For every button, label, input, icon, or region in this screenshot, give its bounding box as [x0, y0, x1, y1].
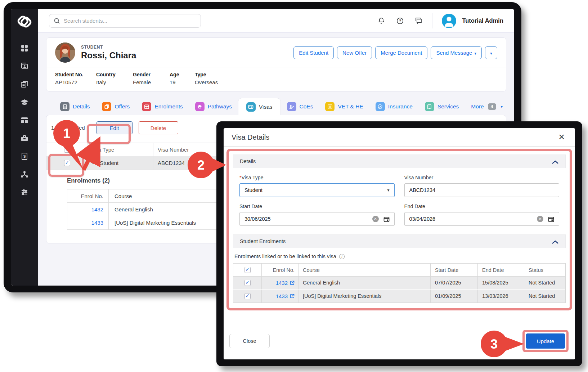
tab-visas[interactable]: Visas [238, 98, 281, 115]
chevron-down-icon: ▾ [387, 188, 389, 193]
tab-details[interactable]: Details [54, 98, 96, 115]
start-date-field[interactable] [244, 216, 372, 222]
start-date-value: 01/09/2025 [431, 290, 478, 302]
delete-visa-button[interactable]: Delete [139, 121, 178, 134]
row-checkbox[interactable] [244, 293, 251, 299]
visas-icon [246, 102, 256, 112]
update-button[interactable]: Update [526, 333, 565, 349]
rows-selected-text: 1 row selected [51, 125, 85, 131]
student-type-label: STUDENT [81, 45, 136, 50]
visa-form: *Visa Type Student ▾ Visa Number Star [233, 168, 566, 234]
status-value: Not Started [524, 290, 565, 302]
search-input[interactable] [49, 14, 201, 28]
expand-row-icon[interactable]: ▾ [91, 161, 94, 165]
help-icon[interactable]: ? [396, 17, 404, 25]
start-date-input[interactable]: ✕ [239, 212, 395, 226]
tab-services[interactable]: Services [419, 98, 465, 115]
course-name: General English [299, 277, 431, 289]
enrol-no-link[interactable]: 1433 [276, 293, 288, 299]
sidebar: $ [11, 9, 38, 286]
more-actions-button[interactable]: ▾ [485, 46, 497, 59]
end-date-field[interactable] [409, 216, 537, 222]
chat-icon[interactable] [415, 17, 423, 25]
sidebar-item-finance-icon[interactable]: $ [20, 152, 29, 161]
details-accordion[interactable]: Details [233, 154, 566, 168]
column-visa-type: Visa Type [88, 143, 153, 156]
column-enrol-no: Enrol No. [262, 264, 299, 276]
status-value: Not Started [524, 277, 565, 289]
edit-student-button[interactable]: Edit Student [293, 46, 334, 59]
visa-type-select[interactable]: Student ▾ [239, 183, 395, 197]
start-date-value: 07/07/2025 [431, 277, 478, 289]
send-message-button[interactable]: Send Message▾ [431, 46, 482, 59]
merge-document-button[interactable]: Merge Document [375, 46, 427, 59]
info-icon[interactable]: i [339, 254, 345, 259]
end-date-input[interactable]: ✕ [404, 212, 560, 226]
chevron-up-icon[interactable] [552, 159, 559, 163]
row-checkbox[interactable] [244, 280, 251, 286]
enrol-no-link[interactable]: 1432 [276, 280, 288, 286]
sidebar-item-students-icon[interactable] [20, 62, 29, 71]
calendar-icon[interactable] [383, 216, 390, 222]
clear-date-icon[interactable]: ✕ [372, 216, 379, 222]
end-date-value: 13/03/2026 [478, 290, 524, 302]
tab-pathways[interactable]: Pathways [189, 98, 238, 115]
end-date-group: End Date ✕ [404, 203, 560, 226]
search-field[interactable] [64, 18, 196, 24]
close-button[interactable]: Close [229, 334, 270, 348]
modal-enrolments-table: Enrol No. Course Start Date End Date Sta… [233, 263, 566, 303]
sidebar-item-offers-icon[interactable] [20, 80, 29, 89]
sidebar-item-agents-icon[interactable] [20, 134, 29, 143]
sidebar-item-enrolments-icon[interactable] [20, 116, 29, 125]
field-gender: GenderFemale [133, 72, 170, 85]
clear-date-icon[interactable]: ✕ [537, 216, 543, 222]
sidebar-item-courses-icon[interactable] [20, 98, 29, 107]
tab-offers[interactable]: Offers [96, 98, 136, 115]
enrol-no-link[interactable]: 1432 [91, 206, 103, 212]
tab-vet-he[interactable]: VET & HE [319, 98, 369, 115]
user-avatar[interactable] [442, 14, 456, 28]
app-logo-icon[interactable] [16, 13, 33, 30]
pathways-icon [195, 102, 205, 111]
sidebar-item-workflows-icon[interactable] [20, 170, 29, 179]
tab-more[interactable]: More 4 ▾ [465, 98, 509, 115]
student-tabs: Details Offers Enrolments Pathways Visas [46, 98, 506, 115]
chevron-down-icon: ▾ [501, 104, 503, 109]
table-row[interactable]: 1433 [UoS] Digital Marketing Essentials … [233, 290, 565, 302]
chevron-down-icon: ▾ [474, 51, 476, 55]
chevron-up-icon[interactable] [552, 239, 559, 243]
column-enrol-no: Enrol No. [67, 189, 109, 202]
notifications-bell-icon[interactable] [377, 17, 385, 25]
external-link-icon[interactable] [290, 294, 295, 299]
new-offer-button[interactable]: New Offer [337, 46, 372, 59]
external-link-icon[interactable] [290, 281, 295, 285]
visa-number-field[interactable] [409, 187, 555, 193]
course-name: [UoS] Digital Marketing Essentials [299, 290, 431, 302]
tab-enrolments[interactable]: Enrolments [136, 98, 189, 115]
field-country: CountryItaly [96, 72, 133, 85]
topbar-divider [432, 13, 432, 28]
sidebar-item-settings-icon[interactable] [20, 188, 29, 197]
coes-icon [287, 102, 296, 111]
tab-insurance[interactable]: Insurance [369, 98, 419, 115]
visa-type-group: *Visa Type Student ▾ [239, 175, 395, 197]
table-row[interactable]: 1432 General English 07/07/2025 15/08/20… [233, 277, 565, 290]
student-enrolments-accordion[interactable]: Student Enrolments [233, 234, 566, 248]
visa-number-input[interactable] [404, 183, 560, 197]
sidebar-item-dashboard-icon[interactable] [20, 44, 29, 53]
calendar-icon[interactable] [548, 216, 554, 222]
select-all-checkbox[interactable] [64, 147, 70, 153]
search-icon [54, 18, 60, 24]
visa-number-group: Visa Number [404, 175, 560, 197]
offers-icon [102, 102, 111, 111]
enrol-no-link[interactable]: 1433 [91, 220, 103, 226]
row-checkbox[interactable] [64, 160, 70, 166]
column-start-date: Start Date [431, 264, 478, 276]
tab-coes[interactable]: CoEs [281, 98, 319, 115]
student-photo [55, 42, 75, 63]
details-icon [60, 102, 69, 111]
select-all-checkbox[interactable] [244, 267, 251, 273]
close-icon[interactable]: ✕ [556, 133, 567, 142]
user-name[interactable]: Tutorial Admin [462, 17, 503, 24]
edit-visa-button[interactable]: Edit [96, 121, 133, 134]
